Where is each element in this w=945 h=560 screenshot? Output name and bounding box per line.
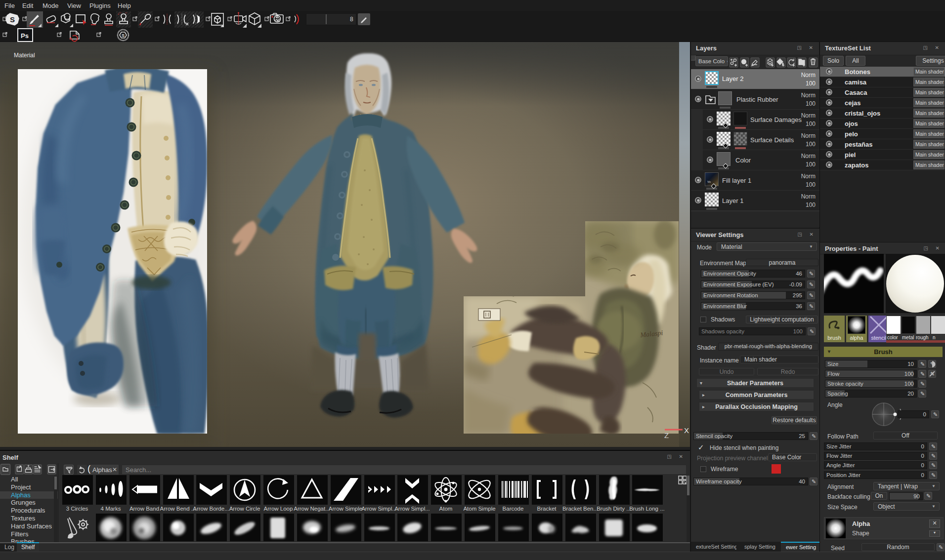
svg-text:S: S: [122, 33, 125, 38]
svg-text:S: S: [10, 15, 15, 24]
svg-text:X: X: [684, 426, 689, 435]
svg-text:Z: Z: [664, 431, 669, 440]
svg-text:Ps: Ps: [21, 32, 29, 40]
